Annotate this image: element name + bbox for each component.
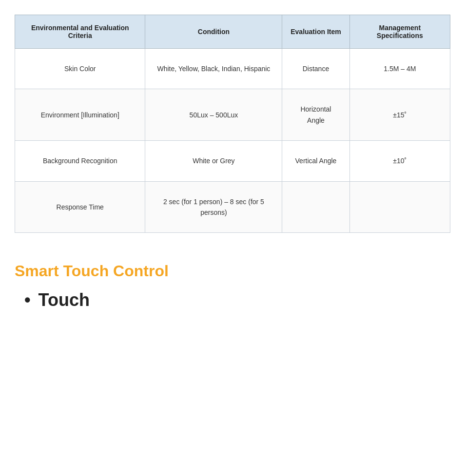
header-criteria: Environmental and Evaluation Criteria [15,15,145,49]
cell-criteria: Environment [Illumination] [15,89,145,141]
header-evaluation: Evaluation Item [282,15,349,49]
cell-specs [349,181,450,233]
table-row: Response Time2 sec (for 1 person) – 8 se… [15,181,450,233]
specs-table: Environmental and Evaluation Criteria Co… [15,15,450,233]
bullet-touch: Touch [24,290,450,310]
cell-condition: 50Lux – 500Lux [145,89,282,141]
cell-evaluation: Vertical Angle [282,141,349,181]
cell-evaluation: Distance [282,49,349,89]
cell-condition: White or Grey [145,141,282,181]
cell-criteria: Skin Color [15,49,145,89]
cell-criteria: Response Time [15,181,145,233]
header-condition: Condition [145,15,282,49]
section-title: Smart Touch Control [15,262,450,280]
table-row: Environment [Illumination]50Lux – 500Lux… [15,89,450,141]
cell-condition: 2 sec (for 1 person) – 8 sec (for 5 pers… [145,181,282,233]
header-specs: Management Specifications [349,15,450,49]
cell-condition: White, Yellow, Black, Indian, Hispanic [145,49,282,89]
cell-evaluation: Horizontal Angle [282,89,349,141]
cell-criteria: Background Recognition [15,141,145,181]
cell-evaluation [282,181,349,233]
cell-specs: ±10˚ [349,141,450,181]
table-row: Skin ColorWhite, Yellow, Black, Indian, … [15,49,450,89]
cell-specs: ±15˚ [349,89,450,141]
table-row: Background RecognitionWhite or GreyVerti… [15,141,450,181]
cell-specs: 1.5M – 4M [349,49,450,89]
